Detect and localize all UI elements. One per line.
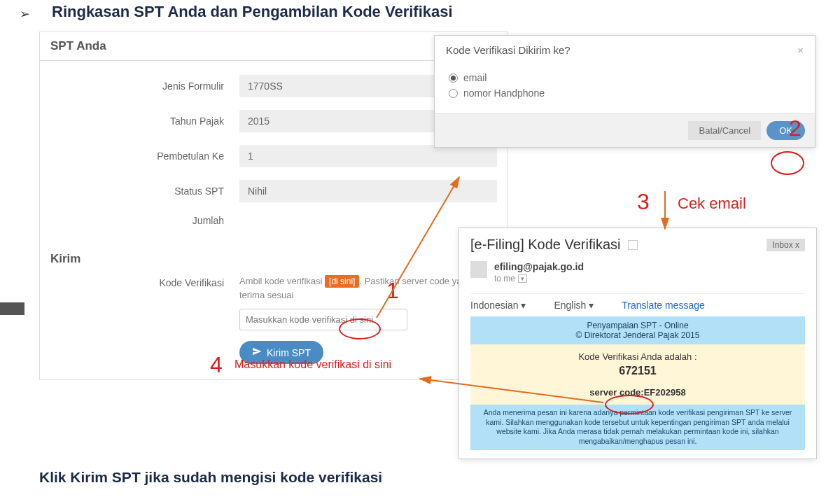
label-jumlah: Jumlah xyxy=(50,215,239,226)
decorative-strip xyxy=(0,302,24,315)
label-jenis: Jenis Formulir xyxy=(50,80,239,92)
lang-en[interactable]: English ▾ xyxy=(554,300,594,311)
label-pembetulan: Pembetulan Ke xyxy=(50,150,239,162)
value-pembetulan: 1 xyxy=(239,145,497,167)
email-header-blue: Penyampaian SPT - Online © Direktorat Je… xyxy=(470,316,805,344)
page-title: Ringkasan SPT Anda dan Pengambilan Kode … xyxy=(52,3,453,21)
cancel-button[interactable]: Batal/Cancel xyxy=(688,121,761,140)
email-to: to me xyxy=(494,274,515,284)
lang-id[interactable]: Indonesian ▾ xyxy=(470,300,526,311)
radio-email[interactable] xyxy=(449,74,458,83)
radio-email-row[interactable]: email xyxy=(449,72,801,83)
verification-code: 672151 xyxy=(476,365,799,377)
anno-4: 4 xyxy=(210,352,223,378)
label-kode-verifikasi: Kode Verifikasi xyxy=(50,274,239,288)
circle-ok xyxy=(771,151,804,175)
anno-2: 2 xyxy=(789,115,802,141)
square-icon xyxy=(628,240,638,250)
avatar xyxy=(470,261,487,278)
di-sini-link[interactable]: [di sini] xyxy=(325,275,359,288)
value-status: Nihil xyxy=(239,180,497,202)
radio-phone-row[interactable]: nomor Handphone xyxy=(449,88,801,99)
section-kirim: Kirim xyxy=(40,242,507,274)
close-icon[interactable]: × xyxy=(797,44,804,56)
email-from: efiling@pajak.go.id xyxy=(494,261,584,272)
value-jumlah xyxy=(239,215,497,226)
modal-title: Kode Verifikasi Dikirim ke? xyxy=(446,44,570,56)
anno-1: 1 xyxy=(386,278,399,304)
anno-cek-email: Cek email xyxy=(678,195,746,213)
radio-phone[interactable] xyxy=(449,89,458,98)
label-status: Status SPT xyxy=(50,186,239,197)
anno-3: 3 xyxy=(637,189,650,215)
verification-modal: Kode Verifikasi Dikirim ke? × email nomo… xyxy=(434,35,816,148)
chevron-right-icon: ➢ xyxy=(20,6,30,22)
send-icon xyxy=(252,346,262,358)
circle-code xyxy=(605,395,654,414)
anno-input-hint: Masukkan kode verifikasi di sini xyxy=(234,358,391,371)
caret-down-icon[interactable]: ▾ xyxy=(518,274,527,283)
inbox-tag[interactable]: Inbox x xyxy=(766,239,805,251)
page-caption: Klik Kirim SPT jika sudah mengisi kode v… xyxy=(39,469,382,486)
translate-link[interactable]: Translate message xyxy=(622,300,705,311)
label-tahun: Tahun Pajak xyxy=(50,115,239,127)
email-subject: [e-Filing] Kode Verifikasi xyxy=(470,237,621,253)
email-preview: [e-Filing] Kode Verifikasi Inbox x efili… xyxy=(458,227,817,459)
circle-di-sini xyxy=(339,318,381,340)
kode-verifikasi-input[interactable] xyxy=(239,309,407,330)
